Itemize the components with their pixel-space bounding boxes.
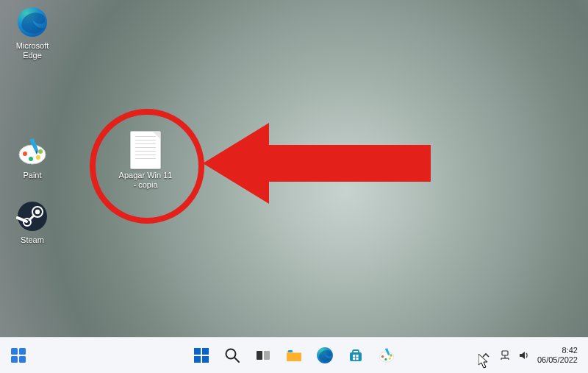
annotation-arrow (203, 123, 431, 206)
svg-line-20 (234, 358, 239, 362)
svg-rect-12 (19, 348, 26, 355)
svg-rect-37 (502, 351, 508, 355)
volume-icon (518, 349, 530, 361)
svg-rect-13 (11, 356, 18, 363)
taskbar-paint-button[interactable] (373, 341, 401, 369)
taskbar-tray: 8:42 06/05/2022 (480, 338, 582, 373)
desktop-icon-edge[interactable]: Microsoft Edge (4, 4, 60, 60)
svg-rect-24 (288, 350, 293, 352)
svg-point-4 (36, 155, 40, 160)
desktop-icon-text-file[interactable]: Apagar Win 11 - copia (115, 131, 176, 190)
svg-point-34 (384, 358, 387, 360)
steam-icon (15, 199, 50, 234)
svg-rect-30 (353, 358, 355, 360)
chevron-up-icon (481, 351, 490, 360)
text-file-icon (130, 131, 161, 169)
svg-rect-23 (287, 353, 301, 361)
microsoft-store-icon (348, 347, 364, 363)
taskbar-start-button[interactable] (187, 341, 215, 369)
desktop-icon-label: Apagar Win 11 - copia (115, 171, 176, 190)
tray-network-button[interactable] (499, 349, 511, 361)
svg-rect-17 (194, 356, 201, 363)
taskbar-edge-button[interactable] (311, 341, 339, 369)
desktop-icon-steam[interactable]: Steam (4, 199, 60, 245)
svg-rect-27 (353, 350, 359, 353)
svg-rect-14 (19, 356, 26, 363)
paint-icon (15, 134, 50, 169)
taskbar-file-explorer-button[interactable] (280, 341, 308, 369)
svg-rect-29 (356, 355, 358, 357)
svg-marker-10 (203, 123, 431, 204)
taskbar: 8:42 06/05/2022 (0, 337, 588, 373)
taskbar-store-button[interactable] (342, 341, 370, 369)
clock-time: 8:42 (537, 346, 578, 355)
tray-volume-button[interactable] (518, 349, 530, 361)
search-icon (224, 347, 240, 363)
svg-point-3 (29, 157, 33, 161)
desktop-icon-label: Microsoft Edge (4, 41, 60, 60)
svg-point-35 (389, 358, 391, 360)
taskbar-clock[interactable]: 8:42 06/05/2022 (537, 346, 582, 365)
taskbar-center (187, 341, 401, 369)
desktop-icon-label: Steam (4, 235, 60, 245)
svg-point-33 (381, 355, 384, 358)
start-icon (193, 347, 210, 364)
file-explorer-icon (285, 347, 303, 364)
desktop-icon-label: Paint (4, 171, 60, 180)
svg-rect-11 (11, 348, 18, 355)
taskbar-widgets-button[interactable] (4, 341, 32, 369)
edge-icon (316, 347, 334, 364)
desktop[interactable]: Microsoft Edge Paint (0, 0, 588, 373)
svg-rect-31 (356, 358, 358, 360)
svg-rect-22 (264, 351, 270, 360)
svg-point-5 (38, 149, 43, 154)
svg-marker-42 (520, 352, 525, 359)
desktop-icon-paint[interactable]: Paint (4, 134, 60, 180)
svg-rect-28 (353, 355, 355, 357)
tray-chevron-button[interactable] (480, 349, 492, 361)
svg-rect-18 (202, 356, 209, 363)
paint-icon (378, 347, 395, 364)
taskbar-task-view-button[interactable] (249, 341, 277, 369)
svg-rect-21 (257, 351, 262, 360)
widgets-icon (10, 347, 26, 363)
svg-rect-15 (194, 348, 201, 355)
svg-point-36 (390, 354, 392, 356)
clock-date: 06/05/2022 (537, 355, 578, 365)
edge-icon (15, 4, 50, 40)
svg-point-2 (23, 152, 27, 156)
svg-point-8 (35, 210, 40, 214)
task-view-icon (255, 347, 271, 363)
network-icon (499, 349, 511, 361)
svg-rect-16 (202, 348, 209, 355)
taskbar-search-button[interactable] (218, 341, 246, 369)
